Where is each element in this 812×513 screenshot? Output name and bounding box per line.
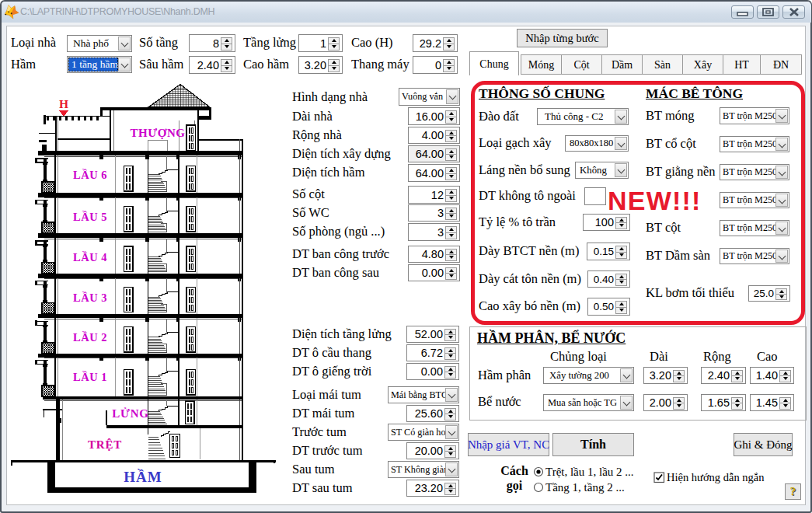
- svg-text:LẦU 1: LẦU 1: [73, 371, 107, 383]
- svg-text:LẦU 5: LẦU 5: [73, 211, 107, 223]
- svg-text:HẦM: HẦM: [124, 469, 162, 485]
- svg-text:LẦU 4: LẦU 4: [73, 251, 107, 263]
- svg-text:TRỆT: TRỆT: [88, 438, 122, 451]
- svg-text:LẦU 6: LẦU 6: [73, 169, 107, 181]
- svg-text:LẦU 2: LẦU 2: [73, 331, 107, 344]
- svg-text:LẦU 3: LẦU 3: [73, 291, 107, 304]
- svg-text:H: H: [59, 97, 68, 110]
- svg-text:THƯỢNG: THƯỢNG: [131, 127, 186, 139]
- svg-text:LỬNG: LỬNG: [112, 407, 149, 420]
